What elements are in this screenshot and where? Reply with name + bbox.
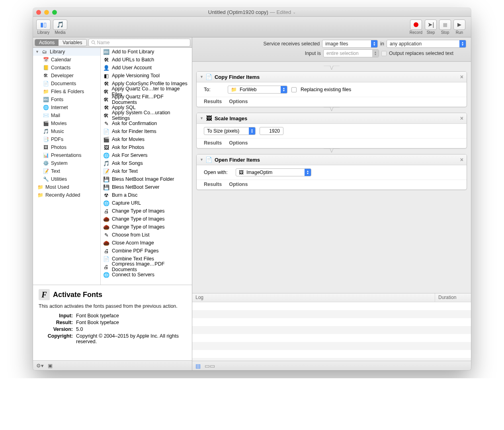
log-col-header[interactable]: Log [192, 293, 435, 302]
step-button[interactable]: ➤| Step [425, 20, 437, 35]
record-button[interactable]: Record [410, 20, 422, 35]
search-input[interactable]: Name [88, 39, 191, 47]
options-button[interactable]: Options [229, 182, 248, 187]
results-icon[interactable]: ▣ [48, 363, 53, 369]
flow-view-icon[interactable]: ▭▭ [205, 363, 215, 369]
search-placeholder: Name [97, 40, 110, 45]
action-item[interactable]: 🎵Ask for Songs [101, 159, 192, 167]
minimize-icon[interactable] [44, 10, 49, 15]
zoom-icon[interactable] [52, 10, 57, 15]
step-header[interactable]: ▼ 📄 Copy Finder Items × [197, 72, 467, 82]
run-button[interactable]: ▶ Run [453, 20, 465, 35]
action-item[interactable]: 🌰Close Acorn Image [101, 239, 192, 247]
action-item[interactable]: 🔤Add to Font Library [101, 48, 192, 56]
action-item[interactable]: 🖼Ask for Photos [101, 143, 192, 151]
most-used-item[interactable]: 📁 Most Used [33, 183, 100, 191]
stop-button[interactable]: ◼ Stop [439, 20, 451, 35]
category-item[interactable]: 📊Presentations [33, 151, 100, 159]
record-label: Record [410, 30, 422, 35]
action-item[interactable]: 🌰Change Type of Images [101, 215, 192, 223]
action-item[interactable]: 🛠Apply Quartz Filt…PDF Documents [101, 96, 192, 104]
category-item[interactable]: 🎵Music [33, 127, 100, 135]
remove-step-button[interactable]: × [460, 156, 463, 163]
step-header[interactable]: ▼ 📄 Open Finder Items × [197, 154, 467, 165]
action-item[interactable]: 🌐Capture URL [101, 199, 192, 207]
category-item[interactable]: 📅Calendar [33, 56, 100, 64]
category-item[interactable]: 📒Contacts [33, 64, 100, 72]
gear-icon[interactable]: ⚙︎▾ [36, 363, 44, 369]
library-header[interactable]: ▼ 🗂 Library [33, 48, 100, 56]
disclosure-triangle-icon[interactable]: ▼ [200, 158, 203, 162]
folder-select[interactable]: 📁 ForWeb ▲▼ [228, 86, 287, 94]
remove-step-button[interactable]: × [460, 74, 463, 80]
action-item[interactable]: ✎Choose from List [101, 231, 192, 239]
action-label: Apply System Co…uration Settings [112, 110, 189, 121]
tab-actions[interactable]: Actions [35, 39, 59, 46]
action-item[interactable]: 📄Ask for Finder Items [101, 127, 192, 135]
input-is-label: Input is [305, 51, 321, 56]
media-button[interactable]: 🎵 Media [53, 20, 67, 35]
action-item[interactable]: 🛠Add URLs to Batch [101, 56, 192, 64]
action-item[interactable]: 🖨Change Type of Images [101, 207, 192, 215]
results-button[interactable]: Results [204, 140, 222, 146]
category-item[interactable]: ⚙️System [33, 159, 100, 167]
replacing-checkbox[interactable] [291, 87, 297, 92]
disclosure-triangle-icon[interactable]: ▼ [35, 50, 39, 54]
category-item[interactable]: 🌐Internet [33, 104, 100, 111]
action-item[interactable]: 🖨Compress Image…PDF Documents [101, 263, 192, 271]
svg-point-0 [92, 41, 94, 43]
category-list[interactable]: ▼ 🗂 Library 📅Calendar📒Contacts🛠Developer… [33, 48, 101, 285]
tab-variables[interactable]: Variables [59, 39, 86, 46]
chevron-down-icon[interactable]: ⌄ [293, 10, 296, 14]
results-button[interactable]: Results [204, 182, 222, 187]
action-item[interactable]: 🎬Ask for Movies [101, 135, 192, 143]
action-detail: F Activate Fonts This action activates t… [33, 285, 192, 361]
action-item[interactable]: 🌰Change Type of Images [101, 223, 192, 231]
action-item[interactable]: 📝Ask for Text [101, 167, 192, 175]
options-button[interactable]: Options [229, 140, 248, 146]
disclosure-triangle-icon[interactable]: ▼ [200, 116, 203, 120]
action-label: Capture URL [112, 200, 141, 206]
category-item[interactable]: 🔤Fonts [33, 96, 100, 104]
category-item[interactable]: ✉️Mail [33, 111, 100, 119]
open-with-select[interactable]: 🖼 ImageOptim ▲▼ [236, 168, 311, 176]
list-view-icon[interactable]: ▤ [195, 363, 201, 369]
stepper-icon: ▲▼ [281, 86, 287, 93]
run-label: Run [456, 30, 463, 35]
category-item[interactable]: 🖼Photos [33, 143, 100, 151]
action-icon: 🌰 [103, 216, 109, 222]
action-list[interactable]: 🔤Add to Font Library🛠Add URLs to Batch👤A… [101, 48, 192, 285]
action-item[interactable]: 👤Add User Account [101, 64, 192, 72]
step-header[interactable]: ▼ 🖼 Scale Images × [197, 113, 467, 124]
action-item[interactable]: 🖨Combine PDF Pages [101, 247, 192, 255]
scale-value-input[interactable] [260, 127, 283, 135]
category-item[interactable]: 📝Text [33, 167, 100, 175]
action-icon: ✎ [103, 232, 109, 238]
connector-icon [196, 107, 467, 113]
category-item[interactable]: 🎬Movies [33, 119, 100, 127]
category-item[interactable]: 📄Documents [33, 80, 100, 88]
library-toggle-button[interactable]: ▮▯ Library [36, 20, 51, 35]
remove-step-button[interactable]: × [460, 115, 463, 121]
action-item[interactable]: ☢Burn a Disc [101, 191, 192, 199]
app-select[interactable]: any application ▲▼ [387, 40, 466, 48]
duration-col-header[interactable]: Duration [435, 293, 471, 302]
results-button[interactable]: Results [204, 99, 222, 104]
category-item[interactable]: 📑PDFs [33, 135, 100, 143]
workflow-canvas[interactable]: ▼ 📄 Copy Finder Items × To: 📁 ForWeb ▲▼ [192, 62, 471, 293]
category-item[interactable]: 🛠Developer [33, 72, 100, 80]
copyright-key: Copyright: [39, 333, 73, 344]
receives-select[interactable]: image files ▲▼ [322, 40, 378, 48]
action-item[interactable]: ◧Apple Versioning Tool [101, 72, 192, 80]
options-button[interactable]: Options [229, 99, 248, 104]
recently-added-item[interactable]: 📁 Recently Added [33, 191, 100, 199]
close-icon[interactable] [36, 10, 41, 15]
disclosure-triangle-icon[interactable]: ▼ [200, 75, 203, 79]
category-item[interactable]: 📁Files & Folders [33, 88, 100, 96]
action-item[interactable]: 🛠Apply System Co…uration Settings [101, 111, 192, 119]
action-item[interactable]: 🌐Ask For Servers [101, 151, 192, 159]
action-item[interactable]: 💾Bless NetBoot Image Folder [101, 175, 192, 183]
scale-mode-select[interactable]: To Size (pixels) ▲▼ [204, 127, 256, 135]
category-item[interactable]: 🔧Utilities [33, 175, 100, 183]
action-item[interactable]: 💾Bless NetBoot Server [101, 183, 192, 191]
